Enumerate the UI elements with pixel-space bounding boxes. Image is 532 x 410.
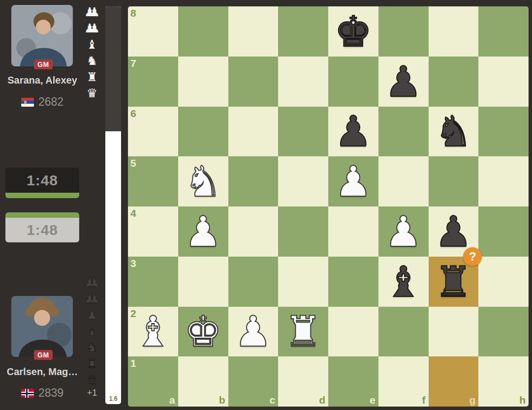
square-c8[interactable] xyxy=(228,6,279,57)
square-g1[interactable]: g xyxy=(429,356,479,407)
bottom-clock-time: 1:48 xyxy=(27,222,58,238)
bottom-player-name[interactable]: Carlsen, Mag… xyxy=(0,366,85,378)
bottom-player-photo xyxy=(11,296,73,357)
bottom-clock-progress-bar xyxy=(5,212,79,218)
square-h1[interactable]: h xyxy=(478,356,529,407)
square-b1[interactable]: b xyxy=(178,356,228,407)
top-player-name[interactable]: Sarana, Alexey xyxy=(0,75,85,86)
square-d6[interactable] xyxy=(278,107,328,157)
square-h4[interactable] xyxy=(478,206,529,257)
rank-label-7: 7 xyxy=(130,58,136,69)
captured-pawn-icon: ♟ xyxy=(87,308,97,322)
square-h5[interactable] xyxy=(478,156,529,206)
file-label-g: g xyxy=(469,394,475,406)
white-knight-b5[interactable]: ♞ xyxy=(178,156,228,206)
square-e1[interactable]: e xyxy=(328,356,378,407)
captured-pawn-pair-icon: ♟♟ xyxy=(84,292,100,305)
square-c4[interactable] xyxy=(228,206,279,257)
square-a1[interactable]: 1a xyxy=(128,356,178,407)
square-f6[interactable] xyxy=(378,107,429,157)
bottom-player-avatar[interactable]: GM xyxy=(11,296,73,357)
square-f1[interactable]: f xyxy=(378,356,429,407)
square-h6[interactable] xyxy=(478,107,529,157)
black-king-e8[interactable]: ♚ xyxy=(328,6,378,57)
square-f2[interactable] xyxy=(378,307,429,357)
square-f5[interactable] xyxy=(378,156,429,206)
captured-pawn-pair-icon: ♟♟ xyxy=(84,5,100,19)
square-g8[interactable] xyxy=(429,6,479,57)
rank-label-1: 1 xyxy=(130,357,136,369)
white-bishop-a2[interactable]: ♝ xyxy=(128,307,178,357)
top-player-avatar[interactable]: GM xyxy=(11,5,73,66)
square-a5[interactable]: 5 xyxy=(128,156,178,206)
square-h3[interactable] xyxy=(478,257,529,307)
file-label-d: d xyxy=(319,394,325,406)
black-knight-g6[interactable]: ♞ xyxy=(429,107,479,157)
square-b7[interactable] xyxy=(178,57,228,107)
evaluation-black-portion xyxy=(105,6,121,131)
rank-label-6: 6 xyxy=(130,108,136,119)
captured-queen-icon: ♛ xyxy=(87,373,97,386)
square-b3[interactable] xyxy=(178,257,228,307)
square-d7[interactable] xyxy=(278,57,328,107)
square-h8[interactable] xyxy=(478,6,529,57)
rank-label-8: 8 xyxy=(130,7,136,19)
square-a7[interactable]: 7 xyxy=(128,57,178,107)
file-label-e: e xyxy=(370,394,376,406)
square-d8[interactable] xyxy=(278,6,328,57)
captured-bishop-icon: ♝ xyxy=(87,38,97,51)
rank-label-4: 4 xyxy=(130,207,136,219)
white-pawn-c2[interactable]: ♟ xyxy=(228,307,279,357)
captured-pawn-pair-icon: ♟♟ xyxy=(84,22,100,35)
square-g5[interactable] xyxy=(429,156,479,206)
square-c5[interactable] xyxy=(228,156,279,206)
square-e4[interactable] xyxy=(328,206,378,257)
top-clock-time: 1:48 xyxy=(27,172,58,189)
square-b6[interactable] xyxy=(178,107,228,157)
square-c1[interactable]: c xyxy=(228,356,279,407)
captured-bishop-icon: ♝ xyxy=(87,324,97,338)
square-c3[interactable] xyxy=(228,257,279,307)
square-g7[interactable] xyxy=(429,57,479,107)
square-h2[interactable] xyxy=(478,307,529,357)
square-d1[interactable]: d xyxy=(278,356,328,407)
square-a3[interactable]: 3 xyxy=(128,257,178,307)
captured-white-pieces-column: ♟♟♟♟♝♞♜♛ xyxy=(83,5,101,100)
black-pawn-e6[interactable]: ♟ xyxy=(328,107,378,157)
black-bishop-f3[interactable]: ♝ xyxy=(378,257,429,307)
file-label-a: a xyxy=(169,394,175,406)
square-a8[interactable]: 8 xyxy=(128,6,178,57)
mistake-move-badge: ? xyxy=(463,247,482,266)
top-player-rating: 2682 xyxy=(38,95,63,109)
square-d3[interactable] xyxy=(278,257,328,307)
square-h7[interactable] xyxy=(478,57,529,107)
square-e3[interactable] xyxy=(328,257,378,307)
square-f8[interactable] xyxy=(378,6,429,57)
white-rook-d2[interactable]: ♜ xyxy=(278,307,328,357)
file-label-f: f xyxy=(422,394,426,406)
captured-knight-icon: ♞ xyxy=(87,54,97,67)
square-a4[interactable]: 4 xyxy=(128,206,178,257)
file-label-b: b xyxy=(219,394,225,406)
white-pawn-e5[interactable]: ♟ xyxy=(328,156,378,206)
square-g2[interactable] xyxy=(429,307,479,357)
square-c6[interactable] xyxy=(228,107,279,157)
square-d4[interactable] xyxy=(278,206,328,257)
captured-knight-icon: ♞ xyxy=(87,341,97,354)
square-b8[interactable] xyxy=(178,6,228,57)
top-player-photo xyxy=(11,5,73,66)
square-c7[interactable] xyxy=(228,57,279,107)
white-pawn-f4[interactable]: ♟ xyxy=(378,206,429,257)
square-d5[interactable] xyxy=(278,156,328,206)
file-label-c: c xyxy=(270,394,276,406)
captured-queen-icon: ♛ xyxy=(87,87,97,100)
captured-pawn-pair-icon: ♟♟ xyxy=(84,276,100,289)
white-pawn-b4[interactable]: ♟ xyxy=(178,206,228,257)
square-e2[interactable] xyxy=(328,307,378,357)
square-a6[interactable]: 6 xyxy=(128,107,178,157)
white-king-b2[interactable]: ♚ xyxy=(178,307,228,357)
square-e7[interactable] xyxy=(328,57,378,107)
captured-rook-icon: ♜ xyxy=(87,70,97,84)
black-pawn-f7[interactable]: ♟ xyxy=(378,57,429,107)
material-advantage-label: +1 xyxy=(83,388,101,398)
